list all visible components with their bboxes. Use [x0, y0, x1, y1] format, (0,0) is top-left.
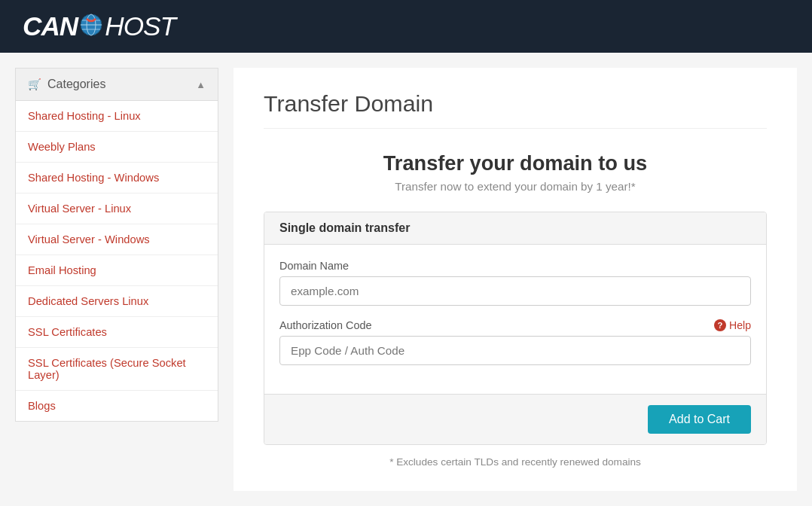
- sidebar: 🛒 Categories ▲ Shared Hosting - Linux We…: [15, 68, 218, 491]
- content-area: Transfer Domain Transfer your domain to …: [234, 68, 797, 491]
- categories-header-left: 🛒 Categories: [28, 78, 105, 91]
- sidebar-link-ssl[interactable]: SSL Certificates: [16, 317, 218, 347]
- transfer-box: Single domain transfer Domain Name Autho…: [264, 212, 767, 445]
- domain-field-group: Domain Name: [279, 260, 751, 306]
- auth-label: Authorization Code: [279, 319, 371, 331]
- logo-can-text: CAN: [23, 11, 78, 41]
- sidebar-link-weebly[interactable]: Weebly Plans: [16, 132, 218, 162]
- cart-icon: 🛒: [28, 78, 41, 91]
- categories-header: 🛒 Categories ▲: [15, 68, 218, 101]
- help-label-text: Help: [729, 319, 751, 331]
- sidebar-item-vserver-linux[interactable]: Virtual Server - Linux: [16, 194, 218, 224]
- transfer-box-header: Single domain transfer: [264, 212, 766, 245]
- page-title: Transfer Domain: [264, 90, 767, 129]
- chevron-up-icon[interactable]: ▲: [196, 79, 206, 90]
- sidebar-link-vserver-linux[interactable]: Virtual Server - Linux: [16, 194, 218, 224]
- sidebar-link-shared-linux[interactable]: Shared Hosting - Linux: [16, 101, 218, 131]
- sidebar-link-shared-windows[interactable]: Shared Hosting - Windows: [16, 163, 218, 193]
- sidebar-item-dedicated-linux[interactable]: Dedicated Servers Linux: [16, 286, 218, 317]
- domain-label: Domain Name: [279, 260, 751, 272]
- add-to-cart-button[interactable]: Add to Cart: [648, 405, 751, 434]
- main-container: 🛒 Categories ▲ Shared Hosting - Linux We…: [0, 53, 812, 506]
- transfer-heading: Transfer your domain to us: [264, 151, 767, 175]
- auth-code-input[interactable]: [279, 336, 751, 365]
- sidebar-item-shared-windows[interactable]: Shared Hosting - Windows: [16, 163, 218, 194]
- auth-label-row: Authorization Code ? Help: [279, 319, 751, 331]
- header: CAN HOST: [0, 0, 812, 53]
- sidebar-item-ssl-full[interactable]: SSL Certificates (Secure Socket Layer): [16, 348, 218, 391]
- help-icon: ?: [714, 319, 726, 331]
- globe-icon: [79, 13, 103, 37]
- sidebar-item-weebly[interactable]: Weebly Plans: [16, 132, 218, 163]
- transfer-main-heading: Transfer your domain to us: [264, 151, 767, 175]
- transfer-box-body: Domain Name Authorization Code ? Help: [264, 245, 766, 394]
- domain-input[interactable]: [279, 276, 751, 306]
- sidebar-item-email[interactable]: Email Hosting: [16, 255, 218, 286]
- sidebar-link-ssl-full[interactable]: SSL Certificates (Secure Socket Layer): [16, 348, 218, 390]
- sidebar-link-email[interactable]: Email Hosting: [16, 255, 218, 285]
- sidebar-item-shared-linux[interactable]: Shared Hosting - Linux: [16, 101, 218, 132]
- auth-field-group: Authorization Code ? Help: [279, 319, 751, 365]
- sidebar-item-vserver-windows[interactable]: Virtual Server - Windows: [16, 224, 218, 255]
- sidebar-item-ssl[interactable]: SSL Certificates: [16, 317, 218, 348]
- footnote: * Excludes certain TLDs and recently ren…: [264, 456, 767, 468]
- logo-host-text: HOST: [105, 11, 176, 41]
- sidebar-item-blogs[interactable]: Blogs: [16, 391, 218, 421]
- transfer-box-footer: Add to Cart: [264, 394, 766, 444]
- sidebar-list: Shared Hosting - Linux Weebly Plans Shar…: [15, 101, 218, 422]
- categories-label: Categories: [47, 78, 105, 91]
- sidebar-link-vserver-windows[interactable]: Virtual Server - Windows: [16, 224, 218, 255]
- sidebar-link-blogs[interactable]: Blogs: [16, 391, 218, 421]
- help-link[interactable]: ? Help: [714, 319, 751, 331]
- logo: CAN HOST: [23, 11, 176, 41]
- sidebar-link-dedicated-linux[interactable]: Dedicated Servers Linux: [16, 286, 218, 316]
- transfer-subtext: Transfer now to extend your domain by 1 …: [264, 180, 767, 193]
